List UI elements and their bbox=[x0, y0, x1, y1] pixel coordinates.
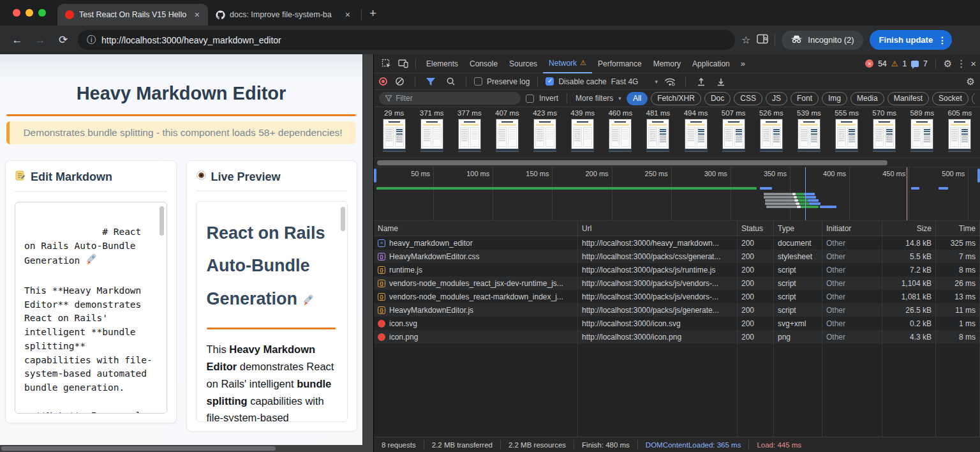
invert-checkbox[interactable] bbox=[526, 94, 534, 103]
filter-input[interactable] bbox=[396, 94, 514, 103]
devtools-kebab-icon[interactable]: ⋮ bbox=[956, 58, 966, 70]
filmstrip-frame[interactable]: 439 ms bbox=[564, 109, 602, 158]
search-icon[interactable] bbox=[443, 74, 458, 89]
filmstrip-frame[interactable]: 407 ms bbox=[488, 109, 526, 158]
filmstrip-frame[interactable]: 526 ms bbox=[752, 109, 790, 158]
textarea-scrollbar[interactable] bbox=[160, 206, 164, 236]
disable-cache-checkbox[interactable] bbox=[546, 77, 554, 86]
close-window-button[interactable] bbox=[13, 9, 20, 17]
bookmark-star-icon[interactable]: ☆ bbox=[741, 34, 750, 46]
column-header-size[interactable]: Size bbox=[882, 221, 936, 236]
devtools-tab-network[interactable]: Network⚠ bbox=[543, 54, 592, 73]
address-bar[interactable]: ⓘ http://localhost:3000/heavy_markdown_e… bbox=[78, 30, 735, 50]
url-text[interactable]: http://localhost:3000/heavy_markdown_edi… bbox=[101, 35, 281, 45]
export-har-icon[interactable] bbox=[713, 74, 729, 89]
devtools-tab-memory[interactable]: Memory bbox=[648, 54, 687, 73]
back-button[interactable]: ← bbox=[9, 34, 26, 47]
network-request-row[interactable]: {}runtime.jshttp://localhost:3000/packs/… bbox=[374, 263, 980, 276]
clear-network-log-icon[interactable] bbox=[392, 74, 407, 89]
table-header[interactable]: NameUrlStatusTypeInitiatorSizeTime bbox=[374, 221, 980, 236]
filter-chip-all[interactable]: All bbox=[627, 92, 648, 105]
filmstrip-frame[interactable]: 423 ms bbox=[526, 109, 564, 158]
devtools-tab-sources[interactable]: Sources bbox=[503, 54, 543, 73]
page-vertical-scrollbar[interactable] bbox=[362, 54, 373, 445]
column-header-initiator[interactable]: Initiator bbox=[822, 221, 882, 236]
filmstrip-frame[interactable]: 460 ms bbox=[602, 109, 639, 158]
browser-tab-active[interactable]: Test React On Rails V15 Hello × bbox=[57, 4, 208, 26]
warning-count-icon[interactable]: ⚠ bbox=[891, 59, 898, 68]
browser-menu-kebab-icon[interactable]: ⋮ bbox=[938, 35, 947, 45]
filter-chip-font[interactable]: Font bbox=[791, 92, 819, 105]
side-panel-icon[interactable] bbox=[757, 34, 768, 47]
network-request-row[interactable]: icon.svghttp://localhost:3000/icon.svg20… bbox=[374, 317, 980, 330]
filmstrip-scrollbar[interactable] bbox=[374, 158, 980, 167]
timeline-right-handle[interactable] bbox=[977, 169, 980, 183]
tab-close-icon[interactable]: × bbox=[193, 10, 202, 20]
timeline-left-handle[interactable] bbox=[374, 169, 376, 183]
incognito-badge[interactable]: Incognito (2) bbox=[782, 31, 863, 50]
filmstrip-frame[interactable]: 605 ms bbox=[941, 109, 979, 158]
network-conditions-icon[interactable] bbox=[662, 74, 678, 89]
finish-update-button[interactable]: Finish update ⋮ bbox=[870, 30, 953, 50]
window-controls[interactable] bbox=[0, 0, 57, 26]
devtools-tab-performance[interactable]: Performance bbox=[592, 54, 648, 73]
network-request-row[interactable]: {}vendors-node_modules_react_jsx-dev-run… bbox=[374, 276, 980, 290]
markdown-textarea[interactable]: # React on Rails Auto-Bundle Generation … bbox=[15, 202, 167, 414]
error-count-icon[interactable]: × bbox=[865, 59, 873, 68]
filmstrip-frame[interactable]: 570 ms bbox=[866, 109, 903, 158]
column-header-url[interactable]: Url bbox=[578, 221, 738, 236]
inspect-element-icon[interactable] bbox=[379, 56, 394, 72]
network-settings-gear-icon[interactable]: ⚙ bbox=[967, 76, 975, 87]
throttling-dropdown[interactable]: Fast 4G ▾ bbox=[611, 77, 658, 86]
column-header-status[interactable]: Status bbox=[738, 221, 774, 236]
filmstrip-frame[interactable]: 29 ms bbox=[375, 109, 413, 158]
issues-icon[interactable] bbox=[911, 61, 919, 67]
filmstrip-frame[interactable]: 481 ms bbox=[639, 109, 677, 158]
filmstrip-frame[interactable]: 371 ms bbox=[413, 109, 450, 158]
record-network-log-button[interactable] bbox=[379, 77, 387, 86]
filter-funnel-icon[interactable] bbox=[423, 74, 438, 89]
page-horizontal-scrollbar[interactable] bbox=[0, 445, 373, 452]
network-request-row[interactable]: icon.pnghttp://localhost:3000/icon.png20… bbox=[374, 330, 980, 343]
filter-chip-socket[interactable]: Socket bbox=[932, 92, 969, 105]
column-header-name[interactable]: Name bbox=[374, 221, 578, 236]
preview-scrollbar[interactable] bbox=[341, 207, 345, 231]
filmstrip-frame[interactable]: 555 ms bbox=[828, 109, 866, 158]
filter-input-wrap[interactable] bbox=[379, 92, 521, 105]
network-request-row[interactable]: {}HeavyMarkdownEditor.jshttp://localhost… bbox=[374, 303, 980, 317]
more-filters-dropdown[interactable]: More filters bbox=[575, 94, 613, 103]
filter-chip-wasm[interactable]: Wasm bbox=[972, 92, 975, 105]
filmstrip-frame[interactable]: 494 ms bbox=[677, 109, 715, 158]
column-header-time[interactable]: Time bbox=[936, 221, 980, 236]
site-info-icon[interactable]: ⓘ bbox=[87, 34, 96, 46]
filter-chip-img[interactable]: Img bbox=[822, 92, 847, 105]
devtools-tab-elements[interactable]: Elements bbox=[420, 54, 464, 73]
filter-chip-js[interactable]: JS bbox=[766, 92, 787, 105]
network-request-row[interactable]: ≡heavy_markdown_editorhttp://localhost:3… bbox=[374, 236, 980, 250]
forward-button[interactable]: → bbox=[32, 34, 48, 47]
maximize-window-button[interactable] bbox=[38, 9, 46, 17]
disable-cache-label[interactable]: Disable cache bbox=[558, 77, 606, 86]
import-har-icon[interactable] bbox=[694, 74, 709, 89]
filter-chip-manifest[interactable]: Manifest bbox=[887, 92, 929, 105]
filter-chip-media[interactable]: Media bbox=[850, 92, 884, 105]
filmstrip-frame[interactable]: 589 ms bbox=[903, 109, 941, 158]
network-overview-timeline[interactable]: 50 ms100 ms150 ms200 ms250 ms300 ms350 m… bbox=[374, 167, 980, 221]
device-toolbar-icon[interactable] bbox=[396, 56, 411, 72]
filter-chip-fetch-xhr[interactable]: Fetch/XHR bbox=[651, 92, 701, 105]
filmstrip-frame[interactable]: 507 ms bbox=[715, 109, 752, 158]
column-header-type[interactable]: Type bbox=[774, 221, 822, 236]
tab-close-icon[interactable]: × bbox=[343, 10, 352, 20]
devtools-tab-application[interactable]: Application bbox=[687, 54, 736, 73]
browser-tab-inactive[interactable]: docs: Improve file-system-ba × bbox=[208, 4, 359, 26]
preserve-log-checkbox[interactable] bbox=[474, 77, 482, 86]
network-request-row[interactable]: {}vendors-node_modules_react-markdown_in… bbox=[374, 290, 980, 303]
devtools-settings-gear-icon[interactable]: ⚙ bbox=[944, 58, 952, 70]
new-tab-button[interactable]: + bbox=[364, 6, 384, 26]
filmstrip-frame[interactable]: 377 ms bbox=[450, 109, 488, 158]
filter-chip-css[interactable]: CSS bbox=[734, 92, 762, 105]
preserve-log-label[interactable]: Preserve log bbox=[487, 77, 530, 86]
reload-button[interactable]: ⟳ bbox=[55, 33, 71, 47]
filter-chip-doc[interactable]: Doc bbox=[704, 92, 731, 105]
invert-label[interactable]: Invert bbox=[539, 94, 558, 103]
